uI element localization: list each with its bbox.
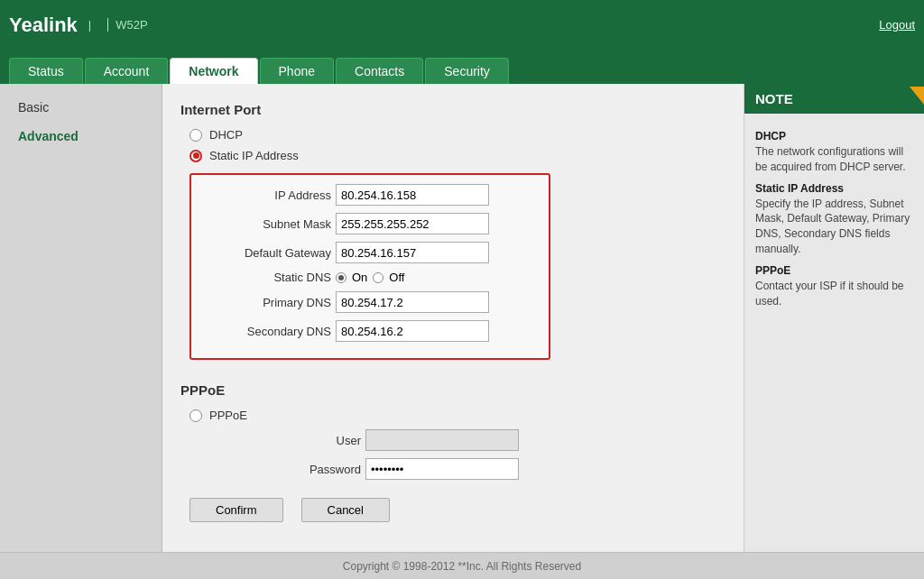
secondary-dns-row: Secondary DNS <box>205 320 535 342</box>
logo-divider: | <box>88 18 91 32</box>
tab-contacts[interactable]: Contacts <box>336 58 423 84</box>
sidebar: Basic Advanced <box>0 84 162 552</box>
cancel-button[interactable]: Cancel <box>301 498 390 522</box>
tab-account[interactable]: Account <box>85 58 169 84</box>
static-ip-box: IP Address Subnet Mask Default Gateway S… <box>189 173 550 360</box>
ip-address-row: IP Address <box>205 184 535 206</box>
static-ip-radio-row: Static IP Address <box>180 149 725 162</box>
pppoe-section-header: PPPoE <box>180 382 725 398</box>
content-area: Internet Port DHCP Static IP Address IP … <box>162 84 744 552</box>
tab-status[interactable]: Status <box>9 58 83 84</box>
password-row: Password <box>235 458 725 480</box>
pppoe-section: PPPoE PPPoE User Password <box>180 382 725 480</box>
subnet-mask-label: Subnet Mask <box>205 217 331 231</box>
default-gateway-row: Default Gateway <box>205 242 535 263</box>
internet-port-section: Internet Port DHCP Static IP Address IP … <box>180 102 725 360</box>
button-row: Confirm Cancel <box>189 498 725 522</box>
sidebar-item-advanced[interactable]: Advanced <box>0 122 162 151</box>
main-layout: Basic Advanced Internet Port DHCP Static… <box>0 84 924 552</box>
note-static-term: Static IP Address <box>755 182 913 195</box>
footer: Copyright © 1998-2012 **Inc. All Rights … <box>0 552 924 579</box>
ip-address-input[interactable] <box>336 184 489 206</box>
static-dns-label: Static DNS <box>205 271 331 284</box>
dns-on-radio[interactable] <box>336 272 346 283</box>
internet-port-header: Internet Port <box>180 102 725 117</box>
note-pppoe-desc: Contact your ISP if it should be used. <box>755 279 913 309</box>
dhcp-radio[interactable] <box>189 129 202 142</box>
note-static-desc: Specify the IP address, Subnet Mask, Def… <box>755 197 913 257</box>
logo: Yealink <box>9 14 78 37</box>
tab-phone[interactable]: Phone <box>260 58 334 84</box>
copyright-text: Copyright © 1998-2012 **Inc. All Rights … <box>343 560 581 573</box>
pppoe-radio-row: PPPoE <box>180 409 725 422</box>
primary-dns-label: Primary DNS <box>205 296 331 309</box>
pppoe-fields: User Password <box>235 429 725 480</box>
note-panel: NOTE DHCP The network configurations wil… <box>744 84 924 552</box>
static-ip-radio[interactable] <box>189 150 202 162</box>
default-gateway-input[interactable] <box>336 242 489 263</box>
note-corner-decoration <box>910 87 924 105</box>
note-header: NOTE <box>744 84 924 114</box>
note-title: NOTE <box>755 91 793 106</box>
secondary-dns-label: Secondary DNS <box>205 325 331 338</box>
nav-tabs: Status Account Network Phone Contacts Se… <box>0 50 924 84</box>
pppoe-label: PPPoE <box>209 409 247 422</box>
header: Yealink | W52P Logout <box>0 0 924 50</box>
primary-dns-row: Primary DNS <box>205 291 535 313</box>
note-pppoe-term: PPPoE <box>755 264 913 277</box>
ip-address-label: IP Address <box>205 188 331 202</box>
subnet-mask-input[interactable] <box>336 213 489 234</box>
primary-dns-input[interactable] <box>336 291 489 313</box>
note-dhcp-term: DHCP <box>755 130 913 142</box>
dns-off-radio[interactable] <box>373 272 383 283</box>
pppoe-radio[interactable] <box>189 409 202 422</box>
tab-security[interactable]: Security <box>425 58 509 84</box>
note-content: DHCP The network configurations will be … <box>744 114 924 317</box>
model-label: W52P <box>107 18 147 32</box>
note-dhcp-desc: The network configurations will be acqui… <box>755 144 913 175</box>
subnet-mask-row: Subnet Mask <box>205 213 535 234</box>
secondary-dns-input[interactable] <box>336 320 489 342</box>
dhcp-radio-row: DHCP <box>180 128 725 142</box>
user-input[interactable] <box>365 429 519 451</box>
password-label: Password <box>235 463 361 476</box>
logout-link[interactable]: Logout <box>879 18 915 32</box>
dns-on-label: On <box>352 271 367 284</box>
dhcp-label: DHCP <box>209 128 243 142</box>
dns-off-label: Off <box>389 271 404 284</box>
static-dns-row: Static DNS On Off <box>205 271 535 284</box>
user-row: User <box>235 429 725 451</box>
static-ip-label: Static IP Address <box>209 149 299 162</box>
password-input[interactable] <box>365 458 519 480</box>
dns-on-off-row: On Off <box>336 271 404 284</box>
default-gateway-label: Default Gateway <box>205 246 331 260</box>
logo-area: Yealink | W52P <box>9 14 148 37</box>
sidebar-item-basic[interactable]: Basic <box>0 93 162 122</box>
confirm-button[interactable]: Confirm <box>189 498 283 522</box>
tab-network[interactable]: Network <box>170 58 257 84</box>
user-label: User <box>235 434 361 447</box>
